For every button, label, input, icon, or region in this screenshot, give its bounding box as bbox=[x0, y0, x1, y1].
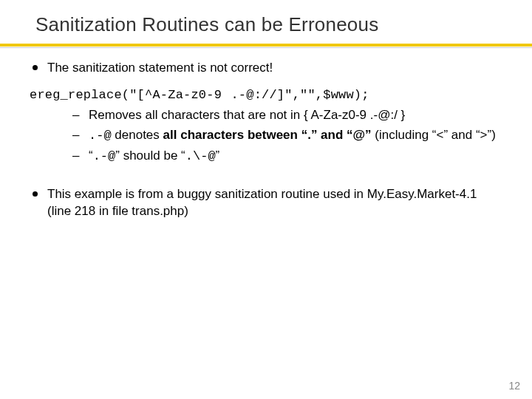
code-span: .\-@ bbox=[185, 149, 216, 163]
page-number: 12 bbox=[508, 380, 520, 392]
text: ” bbox=[216, 149, 220, 163]
bullet-example-source: This example is from a buggy sanitizatio… bbox=[30, 186, 502, 220]
subbullet-shouldbe: “.-@” should be “.\-@” bbox=[72, 148, 502, 166]
subbullet-removes: Removes all characters that are not in {… bbox=[72, 107, 502, 124]
text: } bbox=[398, 108, 405, 122]
subbullet-denotes: .-@ denotes all characters between “.” a… bbox=[72, 127, 502, 145]
code-line: ereg_replace("[^A-Za-z0-9 .-@://]","",$w… bbox=[30, 87, 502, 104]
slide-body: The sanitization statement is not correc… bbox=[0, 48, 532, 220]
text: Removes all characters that are not in { bbox=[89, 108, 311, 122]
text: (including “<” and “>”) bbox=[372, 128, 496, 142]
bold-span: all characters between “.” and “@” bbox=[163, 128, 372, 142]
code-span: .-@ bbox=[93, 149, 116, 163]
text: ” should be “ bbox=[115, 149, 185, 163]
title-underline bbox=[0, 44, 532, 47]
slide-title: Sanitization Routines can be Erroneous bbox=[0, 0, 532, 44]
charset: A-Za-z0-9 .-@:/ bbox=[311, 108, 398, 122]
text: denotes bbox=[112, 128, 163, 142]
bullet-not-correct: The sanitization statement is not correc… bbox=[30, 60, 502, 77]
code-span: .-@ bbox=[89, 129, 112, 143]
